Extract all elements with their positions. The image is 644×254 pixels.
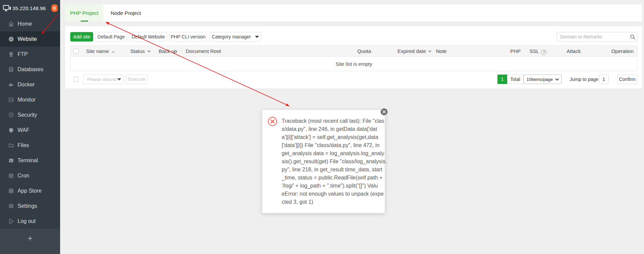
column-attack: Attack: [567, 46, 581, 56]
pagination-page-1[interactable]: 1: [497, 75, 507, 84]
page-size-select[interactable]: 10items/page: [523, 75, 562, 84]
column-expired-date[interactable]: Expired date: [397, 46, 432, 56]
sidebar-item-label: Cron: [18, 173, 29, 179]
category-manager-label: Category manager: [212, 34, 251, 39]
confirm-button[interactable]: Confirm: [617, 75, 637, 84]
sidebar-item-ftp[interactable]: FTP: [0, 47, 60, 62]
add-site-button[interactable]: Add site: [70, 32, 93, 41]
sidebar-item-label: Terminal: [18, 158, 38, 164]
sites-table: Site name Status Back up Document Root Q…: [70, 46, 638, 71]
sidebar-add-section: +: [0, 229, 60, 254]
sidebar-item-website[interactable]: Website: [0, 31, 60, 47]
jump-to-page-label: Jump to page: [570, 75, 598, 84]
column-php: PHP: [510, 46, 521, 56]
sidebar-item-label: Home: [18, 21, 32, 27]
column-site-name[interactable]: Site name: [86, 46, 115, 56]
logout-icon: [8, 219, 14, 224]
column-operation: Operation: [611, 46, 634, 56]
sidebar-item-monitor[interactable]: Monitor: [0, 92, 60, 107]
column-quota: Quota: [357, 46, 371, 56]
sidebar-item-label: WAF: [18, 127, 29, 133]
server-monitor-icon: [3, 4, 11, 12]
sidebar-item-databases[interactable]: Databases: [0, 62, 60, 77]
home-icon: [8, 21, 14, 27]
column-back-up: Back up: [159, 46, 177, 56]
column-document-root: Document Root: [186, 46, 221, 56]
ftp-globe-icon: [8, 52, 14, 57]
server-ip: 35.220.148.96: [12, 5, 51, 11]
bulk-action-label: Please choose: [83, 77, 117, 82]
category-manager-dropdown[interactable]: Category manager: [209, 32, 261, 41]
close-icon[interactable]: [380, 108, 388, 116]
tab-php-project[interactable]: PHP Project: [65, 4, 103, 22]
help-icon[interactable]: ?: [541, 50, 546, 55]
notification-badge[interactable]: 0: [51, 4, 58, 12]
sidebar-item-terminal[interactable]: Terminal: [0, 153, 60, 168]
page-size-label: 10items/page: [524, 77, 555, 82]
terminal-icon: [8, 158, 14, 163]
sidebar: 35.220.148.96 0 Home Website FTP Databas…: [0, 0, 60, 254]
empty-text: Site list is empty: [336, 61, 372, 67]
error-dialog: Traceback (most recent call last): File …: [262, 110, 385, 213]
sidebar-item-label: Security: [18, 112, 37, 118]
calendar-icon: [8, 173, 14, 178]
sidebar-item-app-store[interactable]: App Store: [0, 183, 60, 198]
search-icon[interactable]: [628, 34, 637, 40]
sidebar-item-label: Docker: [18, 82, 35, 88]
empty-table-row: Site list is empty: [70, 57, 638, 71]
sidebar-item-cron[interactable]: Cron: [0, 168, 60, 183]
bulk-select-checkbox[interactable]: [73, 77, 78, 82]
monitor-chart-icon: [8, 97, 14, 103]
sidebar-item-home[interactable]: Home: [0, 16, 60, 31]
globe-icon: [8, 36, 14, 42]
content-panel: Add site Default Page Default Website PH…: [65, 26, 642, 88]
database-icon: [8, 67, 14, 72]
sidebar-item-security[interactable]: Security: [0, 107, 60, 122]
sidebar-item-label: Databases: [18, 66, 44, 73]
bulk-action-select[interactable]: Please choose: [83, 75, 124, 84]
sidebar-item-log-out[interactable]: Log out: [0, 214, 60, 229]
pagination-total: Total: [507, 75, 523, 84]
sidebar-item-label: Files: [18, 142, 29, 148]
sidebar-item-docker[interactable]: Docker: [0, 77, 60, 92]
sidebar-item-label: FTP: [18, 51, 28, 57]
php-cli-version-button[interactable]: PHP CLI version: [169, 32, 207, 41]
tab-label: PHP Project: [70, 10, 98, 16]
shield-check-icon: [8, 112, 14, 118]
column-ssl: SSL?: [530, 46, 546, 56]
sidebar-item-settings[interactable]: Settings: [0, 198, 60, 214]
column-note: Note: [436, 46, 447, 56]
jump-page-input[interactable]: [599, 75, 609, 84]
select-all-checkbox[interactable]: [74, 49, 79, 54]
server-info[interactable]: 35.220.148.96 0: [0, 0, 60, 16]
active-tab-underline: [81, 21, 88, 22]
grid-icon: [8, 188, 14, 194]
filter-caret-icon[interactable]: [428, 51, 432, 53]
error-traceback-text: Traceback (most recent call last): File …: [282, 117, 382, 206]
chevron-down-icon: [255, 36, 259, 38]
tab-node-project[interactable]: Node Project: [103, 4, 148, 22]
sidebar-item-waf[interactable]: WAF: [0, 122, 60, 138]
docker-whale-icon: [8, 82, 14, 87]
shield-filled-icon: [8, 128, 14, 133]
add-menu-button[interactable]: +: [0, 231, 60, 245]
sort-asc-icon[interactable]: [111, 51, 115, 53]
sidebar-nav: Home Website FTP Databases Docker Monito…: [0, 16, 60, 229]
tab-label: Node Project: [111, 10, 141, 16]
chevron-down-icon: [117, 78, 121, 81]
default-page-button[interactable]: Default Page: [95, 32, 127, 41]
sidebar-item-label: Monitor: [18, 97, 35, 103]
sidebar-item-label: Log out: [18, 218, 35, 224]
search-input[interactable]: [557, 34, 628, 39]
sidebar-item-label: App Store: [18, 188, 42, 194]
chevron-down-icon: [555, 78, 559, 81]
gear-icon: [8, 203, 14, 209]
column-status[interactable]: Status: [130, 46, 151, 56]
execute-button[interactable]: Execute: [126, 75, 148, 84]
filter-caret-icon[interactable]: [147, 51, 151, 53]
table-header-row: Site name Status Back up Document Root Q…: [70, 46, 638, 57]
folder-icon: [8, 143, 14, 148]
default-website-button[interactable]: Default Website: [129, 32, 167, 41]
sidebar-item-files[interactable]: Files: [0, 138, 60, 153]
sidebar-item-label: Settings: [18, 203, 37, 209]
